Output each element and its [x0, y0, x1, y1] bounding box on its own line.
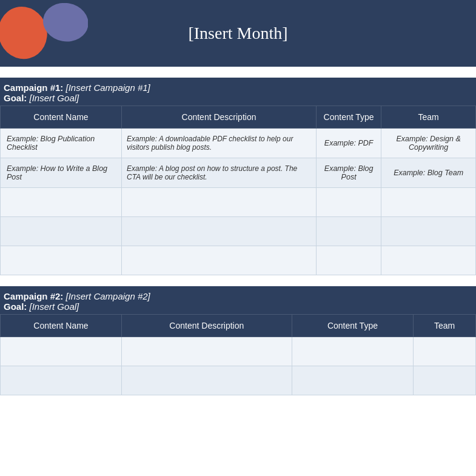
col-header-team-1: Team	[381, 106, 476, 129]
table-cell	[122, 246, 317, 275]
table-cell	[122, 217, 317, 246]
table-cell: Example: Design & Copywriting	[381, 129, 476, 158]
table-row	[1, 188, 476, 217]
table-cell: Example: A downloadable PDF checklist to…	[122, 129, 317, 158]
campaign-1-section: Campaign #1: [Insert Campaign #1] Goal: …	[0, 78, 476, 275]
svg-point-1	[40, 3, 88, 45]
table-cell	[122, 366, 292, 395]
page-header: [Insert Month]	[0, 0, 476, 67]
campaign-1-table: Content Name Content Description Content…	[0, 106, 476, 275]
campaign-1-goal-label: Goal:	[4, 93, 27, 103]
table-cell	[122, 188, 317, 217]
table-cell: Example: A blog post on how to structure…	[122, 158, 317, 188]
col-header-content-type-2: Content Type	[292, 315, 414, 337]
campaign-2-label: Campaign #2:	[4, 291, 63, 301]
col-header-content-desc-1: Content Description	[122, 106, 317, 129]
table-row	[1, 366, 476, 395]
page-title: [Insert Month]	[188, 24, 287, 43]
table-row: Example: Blog Publication ChecklistExamp…	[1, 129, 476, 158]
campaign-1-label: Campaign #1:	[4, 82, 63, 93]
campaign-2-name: [Insert Campaign #2]	[66, 291, 150, 301]
campaign-2-header: Campaign #2: [Insert Campaign #2] Goal: …	[0, 286, 476, 314]
col-header-content-name-1: Content Name	[1, 106, 122, 129]
table-cell: Example: PDF	[317, 129, 381, 158]
table-cell	[317, 188, 381, 217]
table-cell	[381, 217, 476, 246]
col-header-content-name-2: Content Name	[1, 315, 122, 337]
table-cell	[1, 188, 122, 217]
table-row	[1, 217, 476, 246]
table-cell	[381, 188, 476, 217]
table-cell	[317, 246, 381, 275]
table-cell: Example: Blog Publication Checklist	[1, 129, 122, 158]
campaign-2-goal-value: [Insert Goal]	[30, 301, 79, 312]
table-cell: Example: Blog Post	[317, 158, 381, 188]
campaign-1-name: [Insert Campaign #1]	[66, 82, 150, 93]
table-cell	[292, 337, 414, 366]
campaign-1-goal-value: [Insert Goal]	[30, 93, 79, 103]
col-header-content-desc-2: Content Description	[122, 315, 292, 337]
campaign-2-table: Content Name Content Description Content…	[0, 314, 476, 395]
table-cell	[317, 217, 381, 246]
table-cell	[381, 246, 476, 275]
section-gap-1	[0, 67, 476, 78]
table-cell: Example: Blog Team	[381, 158, 476, 188]
table-cell: Example: How to Write a Blog Post	[1, 158, 122, 188]
col-header-team-2: Team	[414, 315, 476, 337]
table-row	[1, 246, 476, 275]
table-cell	[1, 366, 122, 395]
table-cell	[1, 217, 122, 246]
table-cell	[122, 337, 292, 366]
table-cell	[414, 337, 476, 366]
campaign-2-section: Campaign #2: [Insert Campaign #2] Goal: …	[0, 286, 476, 395]
campaign-1-header: Campaign #1: [Insert Campaign #1] Goal: …	[0, 78, 476, 106]
col-header-content-type-1: Content Type	[317, 106, 381, 129]
campaign-2-table-header-row: Content Name Content Description Content…	[1, 315, 476, 337]
section-gap-2	[0, 275, 476, 286]
table-cell	[414, 366, 476, 395]
table-cell	[292, 366, 414, 395]
table-row: Example: How to Write a Blog PostExample…	[1, 158, 476, 188]
table-cell	[1, 337, 122, 366]
campaign-1-table-header-row: Content Name Content Description Content…	[1, 106, 476, 129]
blob-blue-icon	[33, 3, 88, 49]
table-cell	[1, 246, 122, 275]
table-row	[1, 337, 476, 366]
campaign-2-goal-label: Goal:	[4, 301, 27, 312]
